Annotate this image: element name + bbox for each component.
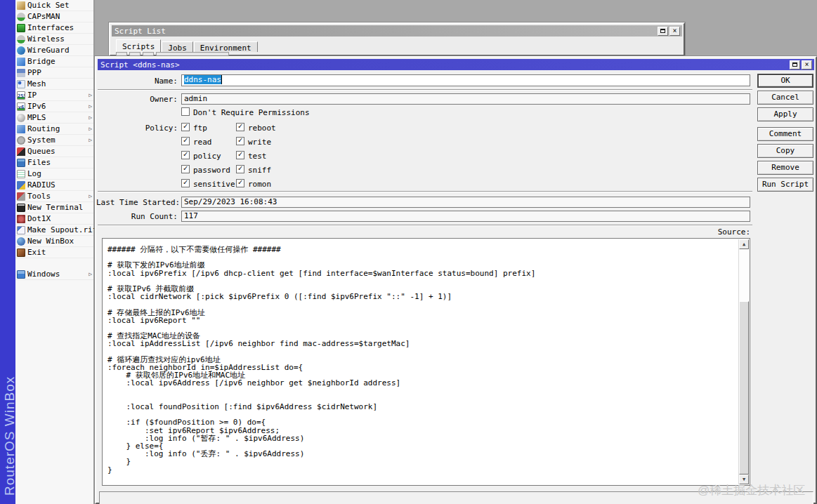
sidebar-item-make-supout[interactable]: Make Supout.rif — [15, 225, 93, 236]
sidebar-item-dot1x[interactable]: Dot1X — [15, 213, 93, 225]
wireguard-icon — [17, 46, 25, 55]
last-time-started-label: Last Time Started: — [96, 198, 178, 207]
name-input[interactable]: ddns-nas — [181, 74, 750, 86]
document-icon — [17, 226, 25, 234]
name-input-selected-text: ddns-nas — [184, 75, 222, 84]
ppp-cable-icon — [17, 69, 25, 77]
sidebar-item-quick-set[interactable]: Quick Set — [15, 0, 93, 11]
script-list-tabs: Scripts Jobs Environment — [116, 39, 259, 52]
sidebar-item-windows[interactable]: Windows▷ — [15, 269, 93, 280]
separator — [98, 191, 752, 192]
source-editor[interactable]: ###### 分隔符，以下不需要做任何操作 ###### # 获取下发的IPv6… — [102, 238, 750, 486]
owner-label: Owner: — [96, 95, 178, 104]
tab-jobs[interactable]: Jobs — [162, 41, 193, 52]
policy-sniff-checkbox[interactable] — [236, 165, 244, 173]
policy-policy-label: policy — [193, 152, 221, 161]
tab-scripts[interactable]: Scripts — [116, 39, 161, 52]
owner-field[interactable]: admin — [181, 93, 750, 105]
sidebar-item-new-winbox[interactable]: New WinBox — [15, 236, 93, 247]
sidebar-item-mpls[interactable]: MPLS▷ — [15, 112, 93, 124]
policy-reboot-label: reboot — [248, 124, 276, 133]
log-list-icon — [17, 170, 25, 178]
policy-reboot-checkbox[interactable] — [236, 123, 244, 131]
script-list-titlebar[interactable]: Script List × — [112, 25, 682, 37]
submenu-arrow-icon: ▷ — [89, 193, 92, 199]
sidebar-item-interfaces[interactable]: Interfaces — [15, 22, 93, 34]
sidebar-item-queues[interactable]: Queues — [15, 146, 93, 157]
sidebar-item-wireless[interactable]: Wireless — [15, 34, 93, 45]
sidebar-item-mesh[interactable]: Mesh — [15, 79, 93, 90]
maximize-icon[interactable] — [658, 27, 668, 36]
mesh-nodes-icon — [17, 80, 25, 88]
source-scrollbar[interactable]: ▲ ▼ — [738, 239, 749, 484]
sidebar-item-routing[interactable]: Routing▷ — [15, 124, 93, 135]
separator — [98, 225, 752, 226]
gear-icon — [17, 136, 25, 145]
submenu-arrow-icon: ▷ — [89, 126, 92, 132]
sidebar-item-files[interactable]: Files — [15, 157, 93, 168]
antenna-icon — [17, 35, 25, 44]
policy-password-label: password — [193, 166, 230, 175]
policy-sensitive-checkbox[interactable] — [181, 179, 190, 187]
policy-romon-checkbox[interactable] — [236, 179, 244, 187]
sidebar-item-new-terminal[interactable]: New Terminal — [15, 202, 93, 213]
winbox-globe-icon — [17, 237, 25, 246]
maximize-icon[interactable] — [790, 60, 800, 69]
comment-button[interactable]: Comment — [757, 127, 813, 141]
policy-test-checkbox[interactable] — [236, 151, 244, 159]
window-icon — [17, 270, 25, 279]
user-key-icon — [17, 181, 25, 190]
sidebar-item-ip[interactable]: 255IP▷ — [15, 90, 93, 101]
policy-ftp-checkbox[interactable] — [181, 123, 190, 131]
policy-test-label: test — [248, 152, 267, 161]
sidebar: Quick Set CAPsMAN Interfaces Wireless Wi… — [15, 0, 95, 504]
submenu-arrow-icon: ▷ — [89, 103, 92, 110]
close-icon[interactable]: × — [669, 27, 680, 36]
dialog-titlebar[interactable]: Script <ddns-nas> × — [98, 59, 814, 70]
remove-button[interactable]: Remove — [757, 161, 813, 175]
exit-door-icon — [17, 248, 25, 257]
sidebar-item-capsman[interactable]: CAPsMAN — [15, 11, 93, 22]
source-label: Source: — [669, 227, 750, 237]
sidebar-item-log[interactable]: Log — [15, 168, 93, 180]
apply-button[interactable]: Apply — [757, 107, 813, 121]
source-code[interactable]: ###### 分隔符，以下不需要做任何操作 ###### # 获取下发的IPv6… — [104, 240, 737, 484]
cancel-button[interactable]: Cancel — [757, 91, 813, 105]
sidebar-item-ppp[interactable]: PPP — [15, 67, 93, 79]
last-time-started-field[interactable]: Sep/29/2023 16:08:43 — [181, 197, 750, 208]
sidebar-item-wireguard[interactable]: WireGuard — [15, 45, 93, 56]
sidebar-item-exit[interactable]: Exit — [15, 247, 93, 258]
submenu-arrow-icon: ▷ — [89, 92, 92, 98]
close-icon[interactable]: × — [802, 60, 812, 69]
terminal-icon — [17, 204, 25, 212]
ok-button[interactable]: OK — [757, 74, 813, 88]
dialog-title: Script <ddns-nas> — [100, 60, 180, 69]
globe-icon — [17, 114, 25, 122]
submenu-arrow-icon: ▷ — [89, 271, 92, 277]
sidebar-item-radius[interactable]: RADIUS — [15, 180, 93, 191]
routing-arrows-icon — [17, 125, 25, 133]
run-count-field[interactable]: 117 — [181, 211, 750, 222]
script-dialog: Script <ddns-nas> × Name: ddns-nas Owner… — [95, 56, 817, 504]
dont-require-permissions-checkbox[interactable] — [181, 107, 190, 116]
policy-read-checkbox[interactable] — [181, 137, 190, 145]
run-script-button[interactable]: Run Script — [757, 178, 813, 192]
separator — [98, 89, 752, 91]
sidebar-item-bridge[interactable]: Bridge — [15, 56, 93, 67]
scrollbar-thumb[interactable] — [739, 301, 749, 475]
policy-password-checkbox[interactable] — [181, 165, 190, 173]
script-list-window: Script List × Scripts Jobs Environment — [109, 22, 685, 56]
policy-romon-label: romon — [248, 180, 271, 189]
tab-environment[interactable]: Environment — [194, 41, 258, 52]
copy-button[interactable]: Copy — [757, 144, 813, 158]
sidebar-item-tools[interactable]: Tools▷ — [15, 191, 93, 202]
dot1x-icon — [17, 215, 25, 223]
sidebar-item-ipv6[interactable]: v6IPv6▷ — [15, 101, 93, 112]
sidebar-item-system[interactable]: System▷ — [15, 135, 93, 146]
policy-policy-checkbox[interactable] — [181, 151, 190, 159]
policy-sensitive-label: sensitive — [193, 180, 235, 189]
scroll-up-icon[interactable]: ▲ — [739, 239, 749, 249]
name-label: Name: — [96, 77, 178, 86]
policy-write-checkbox[interactable] — [236, 137, 244, 145]
network-card-icon — [17, 24, 25, 32]
